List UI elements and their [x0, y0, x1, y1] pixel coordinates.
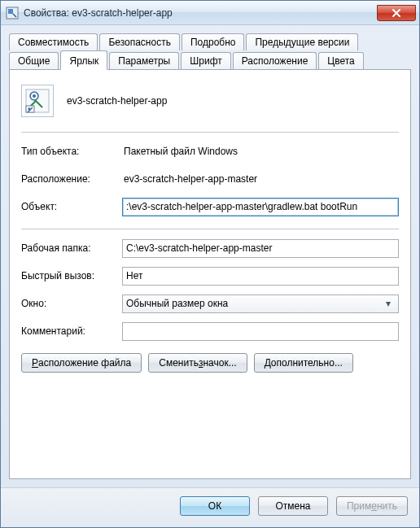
app-name-label: ev3-scratch-helper-app — [67, 95, 167, 107]
tab-compatibility[interactable]: Совместимость — [9, 33, 98, 50]
tab-options[interactable]: Параметры — [109, 52, 179, 69]
type-value: Пакетный файл Windows — [122, 146, 399, 157]
app-header: ev3-scratch-helper-app — [21, 81, 399, 130]
file-location-button[interactable]: Расположение файла — [21, 353, 142, 373]
chevron-down-icon: ▾ — [382, 298, 395, 309]
svg-point-4 — [33, 94, 36, 98]
window-title: Свойства: ev3-scratch-helper-app — [24, 7, 377, 19]
comment-label: Комментарий: — [21, 325, 122, 337]
advanced-button[interactable]: Дополнительно... — [254, 353, 353, 373]
location-value: ev3-scratch-helper-app-master — [122, 173, 399, 185]
tab-general[interactable]: Общие — [9, 52, 59, 69]
window-mode-label: Окно: — [21, 298, 122, 309]
shortcut-icon — [21, 85, 54, 117]
tab-shortcut[interactable]: Ярлык — [60, 50, 107, 70]
ok-button[interactable]: ОК — [180, 496, 250, 516]
tab-font[interactable]: Шрифт — [181, 52, 230, 69]
tab-panel-shortcut: ev3-scratch-helper-app Тип объекта: Паке… — [9, 69, 411, 479]
divider — [21, 229, 399, 229]
properties-window: Свойства: ev3-scratch-helper-app Совмест… — [0, 0, 420, 528]
action-button-row: Расположение файла Сменить значок... Доп… — [21, 353, 399, 373]
comment-input[interactable] — [122, 322, 399, 341]
type-label: Тип объекта: — [21, 146, 122, 157]
target-label: Объект: — [21, 201, 122, 212]
hotkey-input[interactable] — [122, 267, 399, 286]
svg-rect-1 — [8, 9, 13, 14]
content-area: Совместимость Безопасность Подробно Пред… — [1, 25, 419, 487]
cancel-button[interactable]: Отмена — [258, 496, 328, 516]
target-input[interactable] — [122, 198, 399, 216]
window-mode-value: Обычный размер окна — [126, 298, 228, 309]
dialog-footer: ОК Отмена Применить — [1, 487, 419, 527]
hotkey-label: Быстрый вызов: — [21, 270, 122, 281]
tab-previous-versions[interactable]: Предыдущие версии — [246, 33, 358, 50]
tab-strip: Совместимость Безопасность Подробно Пред… — [9, 32, 411, 69]
tab-details[interactable]: Подробно — [182, 33, 245, 50]
change-icon-button[interactable]: Сменить значок... — [148, 353, 247, 373]
divider — [21, 132, 399, 133]
app-icon-small — [6, 7, 19, 20]
close-button[interactable] — [377, 5, 416, 21]
close-icon — [392, 8, 401, 18]
tab-security[interactable]: Безопасность — [99, 33, 180, 50]
titlebar[interactable]: Свойства: ev3-scratch-helper-app — [1, 1, 419, 25]
tab-colors[interactable]: Цвета — [318, 52, 363, 69]
location-label: Расположение: — [21, 173, 122, 185]
workdir-label: Рабочая папка: — [21, 242, 122, 254]
window-mode-select[interactable]: Обычный размер окна ▾ — [122, 295, 399, 313]
workdir-input[interactable] — [122, 239, 399, 258]
apply-button: Применить — [336, 496, 408, 516]
tab-layout[interactable]: Расположение — [233, 52, 317, 69]
